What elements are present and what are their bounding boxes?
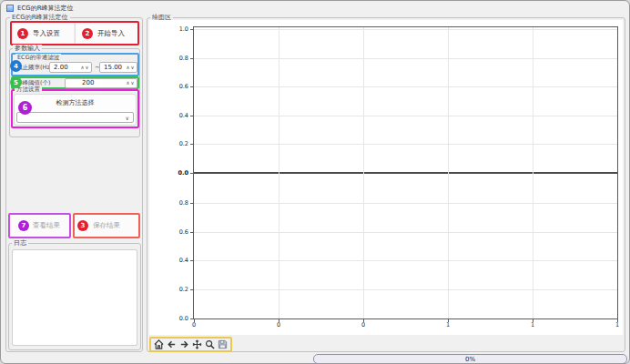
gridline-h [194, 58, 617, 59]
method-label: 检测方法选择 [14, 98, 137, 107]
y-tick-label: 1.0 [179, 25, 188, 33]
cutoff-low-value: 2.00 [50, 64, 80, 71]
app-icon [6, 5, 14, 12]
x-tick-mark [363, 318, 364, 322]
gridline-h [194, 203, 617, 204]
x-tick-label: 0 [192, 321, 196, 329]
peak-threshold-value: 200 [66, 79, 126, 86]
gridline-h [194, 260, 617, 261]
x-tick-mark [194, 318, 195, 322]
save-icon[interactable] [218, 339, 228, 350]
y-tick-label: 0.6 [179, 83, 188, 90]
save-results-label: 保存结果 [93, 221, 120, 230]
window-title: ECG的R峰算法定位 [17, 4, 74, 13]
forward-icon[interactable] [179, 339, 189, 350]
plot-canvas[interactable]: 1.00.80.60.40.20.00.80.60.40.20.0000111 [149, 20, 623, 335]
badge-3: 3 [77, 220, 88, 231]
params-group-title: 参数输入 [13, 45, 42, 52]
gridline-v [448, 27, 449, 318]
view-results-label: 查看结果 [33, 221, 60, 230]
import-settings-label: 导入设置 [33, 29, 60, 38]
plot-toolbar [149, 337, 232, 352]
badge-1: 1 [17, 28, 28, 39]
zoom-icon[interactable] [205, 339, 215, 350]
y-tick-label: 0.0 [179, 315, 188, 322]
pan-icon[interactable] [192, 339, 202, 350]
badge-4: 4 [10, 60, 22, 72]
plot-axes: 1.00.80.60.40.20.00.80.60.40.20.0000111 [193, 26, 618, 319]
y-tick-mark [190, 144, 194, 145]
cutoff-high-spinbox[interactable]: 15.00 ∧∨ [99, 62, 137, 73]
x-tick-label: 1 [615, 321, 619, 329]
cutoff-low-spinbox[interactable]: 2.00 ∧∨ [49, 62, 92, 73]
y-tick-mark [190, 58, 194, 59]
subplot-boundary-line [194, 172, 617, 174]
x-tick-label: 1 [446, 321, 450, 329]
badge-2: 2 [82, 28, 93, 39]
log-group-title: 日志 [12, 239, 28, 247]
gridline-h [194, 116, 617, 116]
x-tick-mark [533, 318, 533, 322]
gridline-h [194, 29, 617, 30]
x-tick-mark [279, 318, 279, 322]
method-combobox[interactable]: ∨ [16, 112, 134, 123]
y-tick-mark [190, 173, 194, 174]
y-tick-label: 0.8 [179, 55, 188, 62]
badge-5: 5 [10, 76, 22, 88]
bandpass-group-title: ECG的带通滤波 [15, 54, 61, 61]
chevron-down-icon: ∨ [126, 115, 133, 121]
y-tick-mark [190, 203, 194, 204]
x-tick-label: 1 [531, 321, 534, 329]
import-settings-button[interactable]: 1 导入设置 [12, 23, 74, 44]
y-tick-label: 0.4 [179, 112, 188, 119]
badge-6: 6 [18, 101, 32, 115]
gridline-h [194, 289, 617, 290]
left-panel-group-title: ECG的R峰算法定位 [10, 14, 70, 21]
gridline-v [533, 27, 533, 318]
x-tick-mark [448, 318, 449, 322]
y-tick-label: 0.8 [179, 199, 188, 207]
spin-arrows-icon[interactable]: ∧∨ [80, 65, 91, 70]
peak-threshold-spinbox[interactable]: 200 ∧∨ [65, 78, 137, 88]
x-tick-label: 0 [277, 321, 280, 329]
x-tick-label: 0 [361, 321, 365, 329]
y-tick-label: 0.2 [179, 140, 188, 147]
back-icon[interactable] [167, 339, 177, 350]
y-tick-label: 0.6 [179, 228, 188, 236]
view-results-button[interactable]: 7 查看结果 [10, 215, 69, 237]
gridline-v [279, 27, 279, 318]
y-tick-mark [190, 86, 194, 87]
y-tick-mark [190, 116, 194, 116]
start-import-button[interactable]: 2 开始导入 [76, 23, 137, 44]
y-tick-mark [190, 260, 194, 261]
y-tick-mark [190, 29, 194, 30]
x-tick-mark [617, 318, 618, 322]
app-window: ECG的R峰算法定位 ECG的R峰算法定位 1 导入设置 2 开始导入 参数输入… [0, 0, 630, 364]
badge-7: 7 [18, 220, 29, 231]
progress-bar: 0% [313, 354, 627, 364]
y-tick-mark [190, 289, 194, 290]
cutoff-high-value: 15.00 [100, 64, 126, 71]
gridline-v [363, 27, 364, 318]
y-tick-label: 0.2 [179, 286, 188, 293]
y-tick-label-boundary: 0.0 [178, 169, 188, 177]
start-import-label: 开始导入 [97, 29, 125, 38]
gridline-h [194, 144, 617, 145]
progress-label: 0% [465, 356, 475, 363]
y-tick-mark [190, 232, 194, 233]
gridline-h [194, 232, 617, 233]
gridline-h [194, 86, 617, 87]
save-results-button[interactable]: 3 保存结果 [75, 215, 138, 237]
title-bar: ECG的R峰算法定位 [1, 1, 630, 15]
spin-arrows-icon[interactable]: ∧∨ [126, 80, 137, 86]
log-textarea[interactable] [12, 249, 137, 346]
home-icon[interactable] [154, 339, 164, 350]
y-tick-label: 0.4 [179, 257, 188, 264]
spin-arrows-icon[interactable]: ∧∨ [126, 65, 137, 70]
